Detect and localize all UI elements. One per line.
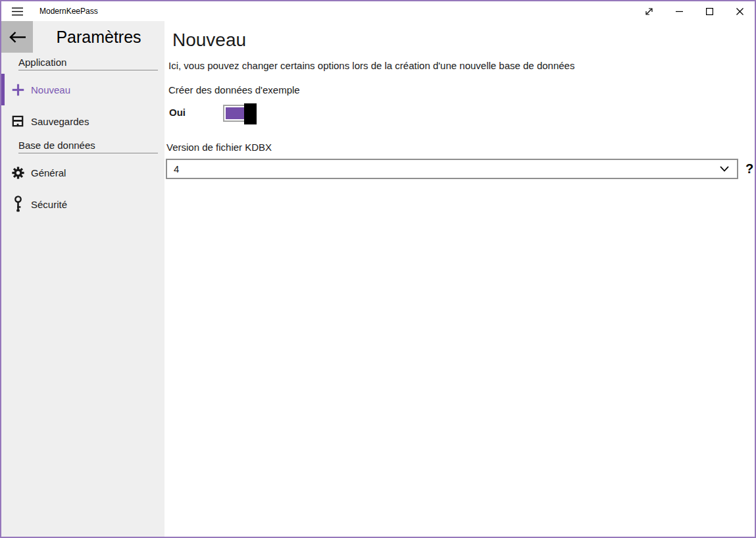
hamburger-menu-button[interactable] — [1, 1, 33, 21]
sidebar-title: Paramètres — [33, 21, 164, 53]
key-icon — [11, 196, 25, 213]
page-description: Ici, vous pouvez changer certains option… — [168, 59, 755, 72]
help-button[interactable]: ? — [745, 159, 753, 179]
back-button[interactable] — [1, 21, 33, 53]
sample-data-label: Créer des données d'exemple — [168, 84, 755, 97]
toggle-state-label: Oui — [169, 107, 186, 118]
kdbx-version-label: Version de fichier KDBX — [166, 141, 755, 154]
maximize-icon — [706, 8, 713, 15]
hamburger-icon — [12, 7, 23, 16]
sidebar-item-label: Nouveau — [31, 84, 70, 95]
sidebar-item-label: Général — [31, 167, 66, 178]
sidebar-item-label: Sauvegardes — [31, 116, 89, 127]
maximize-button[interactable] — [694, 1, 724, 21]
sample-data-toggle[interactable] — [223, 105, 253, 122]
sidebar-header: Paramètres — [1, 21, 164, 53]
sidebar-item-sauvegardes[interactable]: Sauvegardes — [1, 105, 164, 137]
app-title: ModernKeePass — [39, 7, 98, 16]
sidebar-item-label: Sécurité — [31, 199, 67, 210]
sample-data-toggle-row: Oui — [164, 102, 755, 124]
sidebar-item-securite[interactable]: Sécurité — [1, 188, 164, 220]
close-icon — [736, 8, 743, 15]
chevron-down-icon — [720, 166, 729, 172]
combobox-selected-value: 4 — [174, 163, 720, 175]
minimize-button[interactable] — [664, 1, 694, 21]
app-window: ModernKeePass — [0, 0, 756, 538]
settings-sidebar: Paramètres Application Nouveau Sauvegard… — [1, 21, 164, 537]
gear-icon — [11, 164, 25, 181]
fullscreen-icon — [645, 7, 653, 16]
back-arrow-icon — [9, 31, 26, 43]
window-controls — [634, 1, 755, 21]
sidebar-item-general[interactable]: Général — [1, 157, 164, 188]
sidebar-item-nouveau[interactable]: Nouveau — [1, 74, 164, 105]
settings-content: Nouveau Ici, vous pouvez changer certain… — [164, 21, 755, 537]
close-button[interactable] — [724, 1, 755, 21]
plus-icon — [11, 81, 25, 98]
toggle-thumb[interactable] — [244, 103, 257, 124]
save-icon — [11, 113, 25, 130]
section-header-application: Application — [18, 57, 158, 70]
kdbx-version-combobox[interactable]: 4 — [166, 159, 738, 179]
page-title: Nouveau — [172, 28, 755, 53]
minimize-icon — [676, 8, 683, 15]
kdbx-version-row: 4 ? — [166, 159, 755, 179]
titlebar: ModernKeePass — [1, 1, 755, 21]
fullscreen-button[interactable] — [634, 1, 664, 21]
app-body: Paramètres Application Nouveau Sauvegard… — [1, 21, 755, 537]
section-header-base-de-donnees: Base de données — [18, 140, 158, 153]
